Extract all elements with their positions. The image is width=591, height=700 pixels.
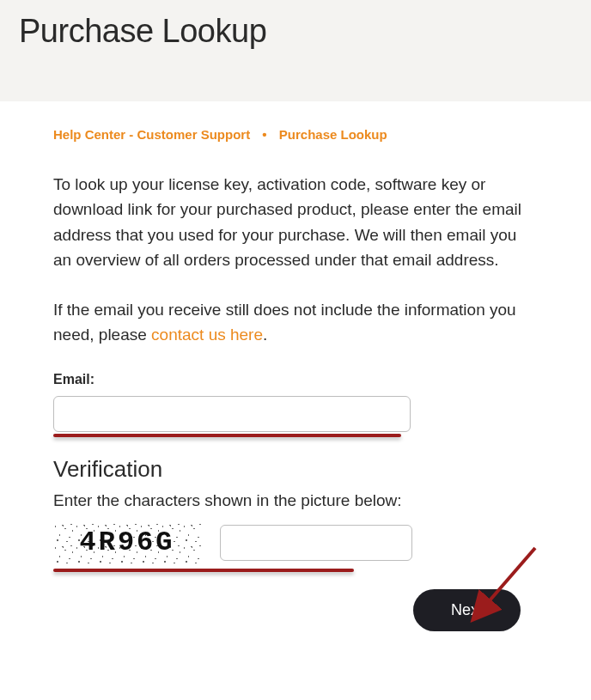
annotation-underline-email [53,434,401,437]
intro-text-after-link: . [263,326,267,344]
breadcrumb-separator: • [262,127,266,142]
intro-paragraph-1: To look up your license key, activation … [53,172,538,273]
page-title: Purchase Lookup [19,13,572,50]
email-label: Email: [53,372,538,387]
next-button[interactable]: Next [413,589,521,631]
button-row: Next [53,589,538,631]
breadcrumb-link-help-center[interactable]: Help Center - Customer Support [53,127,250,142]
email-row: Email: [53,372,538,437]
captcha-input[interactable] [220,525,412,561]
breadcrumb: Help Center - Customer Support • Purchas… [53,127,538,142]
verification-instruction: Enter the characters shown in the pictur… [53,491,538,510]
captcha-row: 4R96G [53,522,538,563]
contact-us-link[interactable]: contact us here [151,326,263,344]
captcha-image: 4R96G [53,522,201,563]
annotation-underline-captcha [53,569,354,572]
intro-paragraph-2: If the email you receive still does not … [53,297,538,348]
verification-title: Verification [53,456,538,483]
page-header: Purchase Lookup [0,0,591,101]
page-content: Help Center - Customer Support • Purchas… [0,101,591,666]
email-input[interactable] [53,396,411,432]
captcha-text: 4R96G [53,522,201,563]
breadcrumb-link-purchase-lookup[interactable]: Purchase Lookup [279,127,387,142]
intro-text-before-link: If the email you receive still does not … [53,301,516,344]
